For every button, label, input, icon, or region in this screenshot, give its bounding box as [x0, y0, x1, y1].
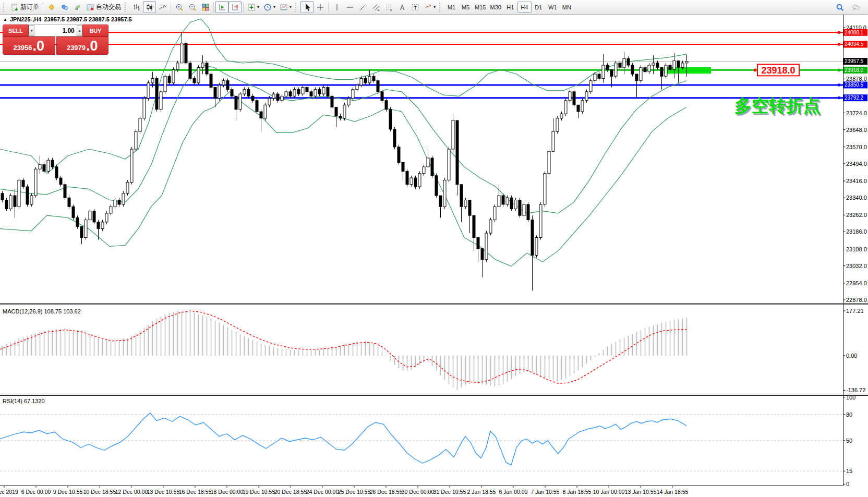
candle-body	[418, 174, 421, 187]
cursor-icon	[303, 3, 311, 11]
candle-body	[640, 67, 642, 80]
tile-windows-button[interactable]	[199, 1, 212, 13]
candle-body	[356, 85, 358, 89]
buy-button[interactable]: BUY	[82, 25, 108, 37]
volume-input[interactable]	[34, 25, 76, 36]
candle-body	[47, 160, 50, 171]
hline-endpoint-marker	[838, 83, 840, 86]
time-tick-label: 6 Jan 00:00	[499, 489, 528, 495]
time-tick-label: 6 Dec 00:00	[21, 489, 51, 495]
candle-body	[327, 87, 329, 96]
toolbar-chat-button[interactable]	[849, 1, 862, 13]
toolbar-separator	[243, 2, 244, 13]
sell-price[interactable]: 23956 .0	[3, 37, 55, 55]
candle-body	[485, 233, 488, 260]
hline-endpoint-marker	[838, 69, 840, 71]
chevron-down-icon: ▾	[433, 5, 436, 9]
time-tick-label: 4 Dec 2019	[0, 489, 18, 495]
zoom-in-button[interactable]	[173, 1, 186, 13]
tab-timeframe-m15[interactable]: M15	[473, 2, 488, 13]
text-button[interactable]: A	[395, 1, 408, 13]
candle-body	[189, 63, 191, 79]
candle-chart-button[interactable]	[143, 1, 156, 13]
shapes-button[interactable]: ▾	[421, 1, 438, 13]
fibo-button[interactable]: F	[382, 1, 395, 13]
tab-timeframe-w1[interactable]: W1	[546, 2, 560, 13]
zoom-out-button[interactable]	[186, 1, 199, 13]
tab-timeframe-m30[interactable]: M30	[488, 2, 503, 13]
search-icon	[836, 3, 844, 11]
candle-body	[114, 200, 116, 207]
tab-timeframe-h4[interactable]: H4	[517, 2, 532, 13]
tab-timeframe-h1[interactable]: H1	[503, 2, 517, 13]
candle-body	[644, 67, 646, 71]
signals-button[interactable]	[71, 1, 84, 13]
annotation-text[interactable]: 多空转折点	[734, 96, 821, 115]
vline-button[interactable]	[330, 1, 343, 13]
candle-body	[364, 78, 367, 82]
candle-body	[339, 116, 342, 118]
price-label-anchor	[754, 69, 756, 71]
tab-timeframe-m1[interactable]: M1	[444, 2, 459, 13]
tab-timeframe-mn[interactable]: MN	[560, 2, 574, 13]
trendline-button[interactable]	[356, 1, 369, 13]
candle-body	[347, 99, 350, 105]
tab-timeframe-m5[interactable]: M5	[459, 2, 473, 13]
chart-canvas[interactable]: 多空转折点多空转折点23918.0MACD(12,26,9) 108.75 10…	[0, 0, 868, 497]
volume-down-button[interactable]: ▼	[29, 25, 34, 36]
mql-editor-button[interactable]	[45, 1, 58, 13]
channel-button[interactable]: E	[369, 1, 382, 13]
candle-body	[519, 200, 521, 215]
sell-button[interactable]: SELL	[3, 25, 29, 37]
periods-button[interactable]: ▾	[261, 1, 278, 13]
candle-body	[402, 162, 404, 171]
candle-body	[155, 78, 158, 109]
chart-background	[0, 15, 868, 497]
buy-price[interactable]: 23979 .0	[56, 37, 109, 55]
crosshair-button[interactable]	[314, 1, 327, 13]
price-tick-label: 23416.0	[846, 178, 867, 184]
collapse-icon[interactable]: ▲	[3, 17, 7, 22]
candle-body	[439, 196, 442, 207]
new-order-button[interactable]: 新订单	[8, 1, 41, 13]
candle-body	[97, 222, 100, 229]
candle-body	[322, 87, 325, 94]
hline-endpoint-marker	[838, 43, 840, 45]
candle-body	[669, 65, 671, 69]
chart-ohlc-values: 23957.5 23987.5 23887.5 23957.5	[44, 16, 131, 22]
label-button[interactable]: T	[408, 1, 421, 13]
candle-body	[226, 81, 229, 90]
rsi-tick-label: 80	[846, 411, 852, 418]
time-tick-label: 31 Dec 10:55	[433, 489, 466, 495]
candle-body	[14, 196, 16, 207]
tab-timeframe-d1[interactable]: D1	[532, 2, 546, 13]
candle-body	[314, 90, 317, 96]
candle-body	[602, 65, 605, 78]
candle-body	[243, 90, 246, 94]
indicators-button[interactable]: ▾	[245, 1, 261, 13]
toolbar-search-button[interactable]	[833, 1, 846, 13]
candle-body	[276, 94, 279, 101]
candle-body	[573, 92, 575, 105]
toolbar-separator	[43, 2, 43, 13]
line-chart-button[interactable]	[156, 1, 169, 13]
autotrading-button[interactable]: 自动交易	[84, 1, 123, 13]
bar-chart-button[interactable]	[130, 1, 143, 13]
candle-body	[581, 101, 584, 112]
hline-button[interactable]	[343, 1, 356, 13]
new-order-icon	[10, 3, 19, 11]
auto-scroll-button[interactable]	[215, 1, 228, 13]
toolbar-grip	[125, 3, 128, 12]
chevron-down-icon: ▾	[273, 5, 275, 9]
candle-body	[272, 94, 275, 98]
time-tick-label: 9 Dec 10:55	[53, 489, 83, 495]
time-tick-label: 16 Dec 18:55	[179, 489, 212, 495]
community-button[interactable]	[58, 1, 71, 13]
templates-button[interactable]: ▾	[278, 1, 294, 13]
candle-body	[381, 92, 383, 101]
candle-body	[535, 238, 538, 256]
volume-up-button[interactable]: ▲	[77, 25, 82, 36]
time-tick-label: 7 Jan 10:55	[531, 489, 560, 495]
cursor-button[interactable]	[300, 1, 314, 13]
chart-shift-button[interactable]	[228, 1, 242, 13]
